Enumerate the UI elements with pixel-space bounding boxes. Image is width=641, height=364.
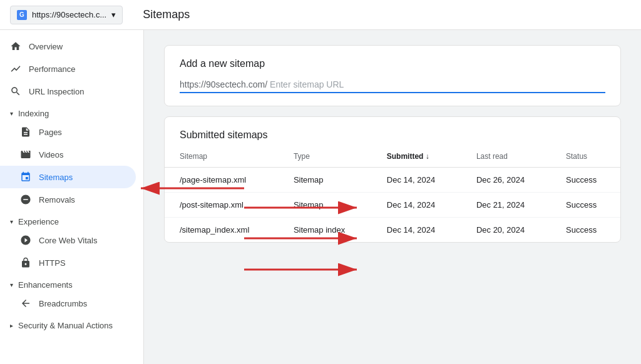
lock-icon [20, 257, 31, 268]
chevron-icon-security: ▸ [10, 322, 13, 329]
sidebar-section-indexing-label: Indexing [18, 109, 49, 118]
table-row[interactable]: /sitemap_index.xml Sitemap index Dec 14,… [165, 218, 620, 243]
cell-submitted: Dec 14, 2024 [372, 218, 461, 243]
table-row[interactable]: /post-sitemap.xml Sitemap Dec 14, 2024 D… [165, 193, 620, 218]
cell-status: Success [551, 218, 620, 243]
main-layout: Overview Performance URL Inspection ▾ In… [0, 30, 641, 364]
sitemaps-table: Sitemap Type Submitted ↓ Last read Statu… [165, 146, 620, 242]
performance-icon [10, 63, 21, 74]
chevron-down-icon: ▾ [111, 10, 116, 19]
sitemap-url-input[interactable] [267, 79, 605, 89]
cell-last-read: Dec 26, 2024 [461, 168, 551, 193]
sidebar-item-pages[interactable]: Pages [0, 121, 136, 143]
sidebar-section-experience-label: Experience [18, 217, 59, 226]
cell-last-read: Dec 21, 2024 [461, 193, 551, 218]
search-icon [10, 86, 21, 97]
add-sitemap-title: Add a new sitemap [180, 58, 605, 69]
cell-status: Success [551, 193, 620, 218]
add-sitemap-card: Add a new sitemap https://90sectech.com/ [164, 45, 621, 106]
cell-type: Sitemap [279, 168, 372, 193]
removals-icon [20, 194, 31, 205]
sidebar-label-overview: Overview [29, 42, 63, 51]
sidebar-item-removals[interactable]: Removals [0, 188, 136, 211]
cell-sitemap: /sitemap_index.xml [165, 218, 279, 243]
breadcrumbs-icon [20, 298, 31, 309]
sidebar-item-videos[interactable]: Videos [0, 143, 136, 166]
submitted-sitemaps-title: Submitted sitemaps [165, 117, 620, 146]
sidebar-section-security-label: Security & Manual Actions [18, 321, 113, 330]
page-title: Sitemaps [143, 8, 190, 21]
sidebar-label-pages: Pages [39, 128, 62, 137]
cell-submitted: Dec 14, 2024 [372, 193, 461, 218]
col-sitemap: Sitemap [165, 146, 279, 168]
table-body: /page-sitemap.xml Sitemap Dec 14, 2024 D… [165, 168, 620, 243]
core-web-vitals-icon [20, 235, 31, 246]
sidebar-item-sitemaps[interactable]: Sitemaps [0, 166, 136, 188]
table-header: Sitemap Type Submitted ↓ Last read Statu… [165, 146, 620, 168]
submitted-sitemaps-card: Submitted sitemaps Sitemap Type Submitte… [164, 116, 621, 243]
cell-submitted: Dec 14, 2024 [372, 168, 461, 193]
table-header-row: Sitemap Type Submitted ↓ Last read Statu… [165, 146, 620, 168]
sitemap-input-row: https://90sectech.com/ [180, 79, 605, 93]
add-sitemap-form: Add a new sitemap https://90sectech.com/ [165, 46, 620, 106]
pages-icon [20, 126, 31, 138]
col-type: Type [279, 146, 372, 168]
col-last-read: Last read [461, 146, 551, 168]
chevron-icon: ▾ [10, 110, 13, 117]
sitemap-prefix: https://90sectech.com/ [180, 79, 267, 89]
sitemap-icon [20, 171, 31, 183]
sidebar-section-enhancements[interactable]: ▾ Enhancements [0, 274, 143, 292]
col-status: Status [551, 146, 620, 168]
sidebar-label-sitemaps: Sitemaps [39, 173, 73, 182]
col-submitted[interactable]: Submitted ↓ [372, 146, 461, 168]
chevron-icon-experience: ▾ [10, 218, 13, 225]
sidebar-label-breadcrumbs: Breadcrumbs [39, 299, 87, 308]
cell-sitemap: /page-sitemap.xml [165, 168, 279, 193]
sidebar-section-security[interactable]: ▸ Security & Manual Actions [0, 315, 143, 333]
cell-type: Sitemap [279, 193, 372, 218]
topbar: G https://90sectech.c... ▾ Sitemaps [0, 0, 641, 30]
site-url: https://90sectech.c... [32, 10, 106, 19]
cell-last-read: Dec 20, 2024 [461, 218, 551, 243]
video-icon [20, 149, 31, 160]
table-row[interactable]: /page-sitemap.xml Sitemap Dec 14, 2024 D… [165, 168, 620, 193]
sidebar-label-https: HTTPS [39, 258, 66, 268]
cell-status: Success [551, 168, 620, 193]
home-icon [10, 41, 21, 52]
cell-sitemap: /post-sitemap.xml [165, 193, 279, 218]
chevron-icon-enhancements: ▾ [10, 281, 13, 288]
sidebar-section-indexing[interactable]: ▾ Indexing [0, 103, 143, 121]
sidebar-label-url-inspection: URL Inspection [29, 87, 84, 96]
sidebar-item-overview[interactable]: Overview [0, 35, 136, 58]
cell-type: Sitemap index [279, 218, 372, 243]
sidebar-item-url-inspection[interactable]: URL Inspection [0, 80, 136, 103]
sidebar-label-removals: Removals [39, 195, 75, 205]
sidebar-label-core-web-vitals: Core Web Vitals [39, 236, 97, 245]
sidebar-label-videos: Videos [39, 150, 64, 159]
site-icon: G [17, 10, 27, 20]
sidebar: Overview Performance URL Inspection ▾ In… [0, 30, 144, 364]
sidebar-section-experience[interactable]: ▾ Experience [0, 211, 143, 229]
sidebar-label-performance: Performance [29, 64, 75, 74]
sidebar-item-breadcrumbs[interactable]: Breadcrumbs [0, 292, 136, 315]
sidebar-item-core-web-vitals[interactable]: Core Web Vitals [0, 229, 136, 251]
main-content: Add a new sitemap https://90sectech.com/… [144, 30, 641, 364]
sidebar-section-enhancements-label: Enhancements [18, 280, 73, 290]
site-selector[interactable]: G https://90sectech.c... ▾ [10, 6, 123, 24]
sidebar-item-performance[interactable]: Performance [0, 58, 136, 80]
sort-down-icon: ↓ [426, 152, 429, 161]
sidebar-item-https[interactable]: HTTPS [0, 251, 136, 274]
